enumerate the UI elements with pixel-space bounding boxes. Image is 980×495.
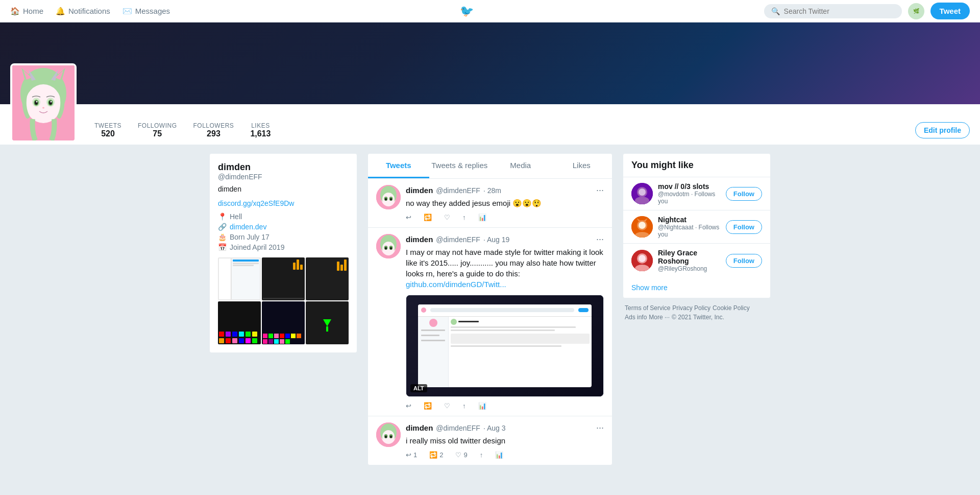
profile-main: dimden @dimdenEFF dimden discord.gg/xq2e… xyxy=(209,145,771,474)
follow-button-1[interactable]: Follow xyxy=(726,187,762,201)
tweet-like-3[interactable]: ♡ 9 xyxy=(455,451,467,459)
media-thumb-1[interactable] xyxy=(218,257,261,300)
tweet-button[interactable]: Tweet xyxy=(930,3,970,19)
media-thumb-2[interactable] xyxy=(262,257,305,300)
stat-following[interactable]: FOLLOWING 75 xyxy=(138,122,177,138)
footer-cookies[interactable]: Cookie Policy xyxy=(713,304,750,312)
meta-birthday: 🎂 Born July 17 xyxy=(218,233,349,241)
tweet-more-1[interactable]: ··· xyxy=(596,185,604,196)
nav-home[interactable]: 🏠 Home xyxy=(10,7,43,16)
tab-likes[interactable]: Likes xyxy=(551,154,612,178)
footer-terms[interactable]: Terms of Service xyxy=(625,304,670,312)
likes-count: 1,613 xyxy=(250,129,271,138)
likes-label: LIKES xyxy=(250,122,271,129)
stat-followers[interactable]: FOLLOWERS 293 xyxy=(193,122,234,138)
tweet-share-1[interactable]: ↑ xyxy=(462,214,466,221)
media-grid xyxy=(218,257,349,344)
nav-right: 🔍 🌿 Tweet xyxy=(764,3,970,19)
suggestion-2: Nightcat @Nightcaaat · Follows you Follo… xyxy=(623,210,770,244)
footer-privacy[interactable]: Privacy Policy xyxy=(672,304,710,312)
tab-tweets-replies[interactable]: Tweets & replies xyxy=(429,154,491,178)
nav-notifications[interactable]: 🔔 Notifications xyxy=(56,7,110,16)
tweet-text-2: I may or may not have made style for twi… xyxy=(406,247,604,290)
suggestion-name-1: mov // 0/3 slots xyxy=(658,182,721,191)
footer-more[interactable]: More ··· xyxy=(649,314,670,321)
tweet-avatar-3[interactable] xyxy=(376,422,401,447)
profile-meta: 📍 Hell 🔗 dimden.dev 🎂 Born July 17 📅 Joi… xyxy=(218,213,349,251)
suggestion-avatar-2[interactable] xyxy=(631,216,653,238)
tweet-avatar-2[interactable] xyxy=(376,234,401,258)
tweet-analytics-3[interactable]: 📊 xyxy=(495,451,503,459)
suggestion-avatar-1[interactable] xyxy=(631,183,653,204)
follow-button-2[interactable]: Follow xyxy=(726,220,762,234)
svg-point-40 xyxy=(385,436,387,438)
svg-point-33 xyxy=(390,247,392,250)
edit-profile-button[interactable]: Edit profile xyxy=(915,122,970,138)
tweet-time-3: · Aug 3 xyxy=(483,424,506,432)
notifications-label: Notifications xyxy=(68,7,110,15)
footer-links: Terms of Service Privacy Policy Cookie P… xyxy=(623,304,771,321)
media-thumb-6[interactable] xyxy=(306,301,349,344)
tweet-share-2[interactable]: ↑ xyxy=(462,402,466,410)
suggestion-info-1: mov // 0/3 slots @movdotm · Follows you xyxy=(658,182,721,205)
link-icon: 🔗 xyxy=(218,223,227,231)
profile-discord-link[interactable]: discord.gg/xq2eSfE9Dw xyxy=(218,199,294,207)
tab-tweets-replies-label: Tweets & replies xyxy=(431,161,487,170)
media-thumb-5[interactable] xyxy=(262,301,305,344)
tweet-text-1: no way they added jesus emoji 😮😮😲 xyxy=(406,198,604,208)
tweets-label: TWEETS xyxy=(94,122,121,129)
follow-button-3[interactable]: Follow xyxy=(726,254,762,268)
tweet-reply-2[interactable]: ↩ xyxy=(406,402,411,410)
user-avatar-nav[interactable]: 🌿 xyxy=(908,3,924,19)
tweet-avatar-1[interactable] xyxy=(376,185,401,209)
suggestion-avatar-3[interactable] xyxy=(631,250,653,271)
tweet-name-3: dimden xyxy=(406,423,433,432)
svg-point-29 xyxy=(382,242,395,255)
search-box[interactable]: 🔍 xyxy=(764,4,902,18)
suggestion-3: Riley Grace Roshong @RileyGRoshong Follo… xyxy=(623,244,770,277)
tab-tweets[interactable]: Tweets xyxy=(368,154,429,178)
tweet-more-3[interactable]: ··· xyxy=(596,422,604,433)
like-count-3: 9 xyxy=(463,451,467,459)
tweet-more-2[interactable]: ··· xyxy=(596,234,604,245)
tweet-like-1[interactable]: ♡ xyxy=(444,214,450,221)
tweet-header-2: dimden @dimdenEFF · Aug 19 ··· xyxy=(406,234,604,245)
page: TWEETS 520 FOLLOWING 75 FOLLOWERS 293 LI… xyxy=(0,0,980,474)
svg-point-37 xyxy=(382,430,395,443)
tweet-reply-3[interactable]: ↩ 1 xyxy=(406,451,417,459)
tweet-retweet-2[interactable]: 🔁 xyxy=(424,402,432,410)
stat-tweets[interactable]: TWEETS 520 xyxy=(94,122,121,138)
tab-media-label: Media xyxy=(510,161,531,170)
tweet-retweet-1[interactable]: 🔁 xyxy=(424,214,432,221)
profile-card: dimden @dimdenEFF dimden discord.gg/xq2e… xyxy=(209,153,357,353)
svg-point-21 xyxy=(382,193,395,206)
location-icon: 📍 xyxy=(218,213,227,221)
media-thumb-4[interactable] xyxy=(218,301,261,344)
tweet-time-2: · Aug 19 xyxy=(483,235,509,244)
meta-joined: 📅 Joined April 2019 xyxy=(218,243,349,251)
tweet-analytics-2[interactable]: 📊 xyxy=(478,402,486,410)
nav-left: 🏠 Home 🔔 Notifications ✉️ Messages xyxy=(10,7,170,16)
tweet-like-2[interactable]: ♡ xyxy=(444,402,450,410)
tweet-retweet-3[interactable]: 🔁 2 xyxy=(429,451,443,459)
footer-ads[interactable]: Ads info xyxy=(625,314,647,321)
svg-point-13 xyxy=(36,101,38,103)
nav-messages[interactable]: ✉️ Messages xyxy=(122,7,170,16)
tweet-handle-1: @dimdenEFF xyxy=(436,186,480,195)
svg-point-6 xyxy=(26,84,61,123)
media-thumb-3[interactable] xyxy=(306,257,349,300)
profile-website-link[interactable]: dimden.dev xyxy=(230,223,266,231)
tweet-image-2[interactable]: ALT xyxy=(406,295,604,397)
tweets-count: 520 xyxy=(94,129,121,138)
tab-media[interactable]: Media xyxy=(490,154,551,178)
bell-icon: 🔔 xyxy=(56,7,65,16)
tweet-link-2[interactable]: github.com/dimdenGD/Twitt... xyxy=(406,280,506,289)
tweet-reply-1[interactable]: ↩ xyxy=(406,214,411,221)
tweet-1: dimden @dimdenEFF · 28m ··· no way they … xyxy=(368,179,612,228)
search-input[interactable] xyxy=(784,7,895,15)
stat-likes[interactable]: LIKES 1,613 xyxy=(250,122,271,138)
show-more-suggestions[interactable]: Show more xyxy=(623,277,770,298)
tweet-share-3[interactable]: ↑ xyxy=(480,451,483,459)
alt-badge[interactable]: ALT xyxy=(410,384,427,392)
tweet-analytics-1[interactable]: 📊 xyxy=(478,214,486,221)
